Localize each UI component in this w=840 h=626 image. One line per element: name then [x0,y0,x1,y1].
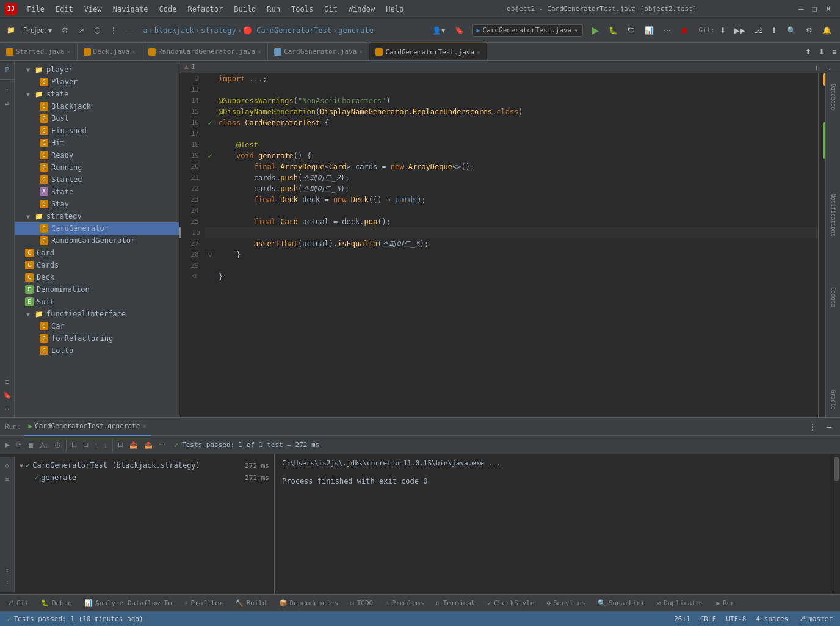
todo-tab[interactable]: ☑ TODO [344,595,379,612]
dependencies-tab[interactable]: 📦 Dependencies [273,595,344,612]
breadcrumb-cardgeneratortest[interactable]: 🔴 CardGeneratorTest [243,26,331,35]
git-push[interactable]: ▶▶ [731,24,749,37]
tree-state[interactable]: A State [15,186,179,198]
menu-edit[interactable]: Edit [51,4,78,15]
menu-tools[interactable]: Tools [286,4,318,15]
status-branch[interactable]: ⎇ master [798,615,833,623]
tree-deck[interactable]: C Deck [15,271,179,283]
tree-bust[interactable]: C Bust [15,112,179,125]
breadcrumb-a[interactable]: a [143,26,147,35]
breadcrumb-strategy[interactable]: strategy [201,26,236,35]
duplicates-tab[interactable]: ⊘ Duplicates [651,595,710,612]
menu-refactor[interactable]: Refactor [183,4,228,15]
sort-duration-button[interactable]: ⏱ [52,440,63,450]
database-icon[interactable]: Database [828,76,838,118]
services-tab[interactable]: ⚙ Services [540,595,592,612]
group-icon[interactable]: ≡ [1,473,13,485]
tab-cardgeneratortest[interactable]: CardGeneratorTest.java ✕ [369,43,487,61]
run-bottom-tab[interactable]: ▶ Run [710,595,741,612]
build-tab[interactable]: 🔨 Build [229,595,272,612]
tree-randomcardgenerator[interactable]: C RandomCardGenerator [15,235,179,247]
tree-cardgenerator[interactable]: C CardGenerator [15,222,179,235]
tab-randomcard-close[interactable]: ✕ [258,48,261,55]
tree-cards[interactable]: C Cards [15,259,179,271]
menu-file[interactable]: File [22,4,49,15]
tree-functional-folder[interactable]: ▼ 📁 functioalInterface [15,308,179,320]
tree-stay[interactable]: C Stay [15,198,179,210]
bookmark-icon[interactable]: 🔖 [451,24,468,37]
tab-deck[interactable]: Deck.java ✕ [78,43,143,61]
tab-randomcard[interactable]: RandomCardGenerator.java ✕ [142,43,268,61]
commit-vtab[interactable]: ↑ [1,84,13,96]
settings-button[interactable]: ⚙ [802,24,816,37]
tab-scroll-left[interactable]: ⬆ [802,45,815,59]
dots-icon[interactable]: ⋮ [1,577,13,589]
tab-scroll-right[interactable]: ⬇ [815,45,828,59]
tab-cardgenerator[interactable]: CardGenerator.java ✕ [268,43,369,61]
pull-requests-vtab[interactable]: ⇄ [1,97,13,109]
tab-started[interactable]: Started.java ✕ [0,43,78,61]
toolbar-minimize[interactable]: ─ [123,24,136,37]
structure-vtab[interactable]: ≡ [1,376,13,388]
search-button[interactable]: 🔍 [783,24,800,37]
menu-window[interactable]: Window [344,4,380,15]
more-run-button[interactable]: ⋯ [660,24,675,37]
run-again-button[interactable]: ▶ [2,440,12,450]
codota-icon[interactable]: Codota [828,278,838,315]
coverage-button[interactable]: 🛡 [624,24,639,37]
expand-all-button[interactable]: ⊞ [69,440,79,450]
tab-cardgeneratortest-close[interactable]: ✕ [477,49,480,56]
tree-ready[interactable]: C Ready [15,149,179,161]
menu-view[interactable]: View [79,4,107,15]
breadcrumb-generate[interactable]: generate [338,26,374,35]
prev-fail-button[interactable]: ↑ [92,440,101,450]
git-pull[interactable]: ⬆ [767,24,781,37]
output-scrollbar[interactable] [834,457,839,481]
run-button[interactable]: ▶ [588,22,603,38]
tree-finished[interactable]: C Finished [15,125,179,137]
close-button[interactable]: ✕ [822,2,835,16]
run-tab[interactable]: ▶ CardGeneratorTest.generate ✕ [24,418,151,436]
panel-minimize[interactable]: ─ [822,420,835,434]
tree-state-folder[interactable]: ▼ 📁 state [15,88,179,100]
more-vtab[interactable]: ⋯ [1,402,13,415]
status-crlf[interactable]: CRLF [700,615,717,623]
filter-icon[interactable]: ⊘ [1,459,13,471]
tree-suit[interactable]: E Suit [15,296,179,308]
next-warning[interactable]: ↓ [825,61,836,73]
project-tab-icon[interactable]: 📁 [5,24,17,37]
export-button[interactable]: 📤 [142,440,155,450]
breadcrumb-blackjack[interactable]: blackjack [154,26,194,35]
menu-code[interactable]: Code [154,4,182,15]
git-tab[interactable]: ⎇ Git [0,595,35,612]
test-method-row[interactable]: ✓ generate 272 ms [15,471,274,484]
collapse-all-button[interactable]: ⊟ [81,440,91,450]
next-fail-button[interactable]: ↓ [101,440,110,450]
minimize-button[interactable]: ─ [795,2,808,16]
tree-denomination[interactable]: E Denomination [15,283,179,296]
tab-deck-close[interactable]: ✕ [132,48,136,55]
tab-started-close[interactable]: ✕ [67,48,70,55]
menu-help[interactable]: Help [381,4,408,15]
git-branch[interactable]: ⎇ [750,24,766,37]
sonarlint-tab[interactable]: 🔍 SonarLint [592,595,651,612]
toolbar-open[interactable]: ↗ [74,24,88,37]
tree-player-folder[interactable]: ▼ 📁 player [15,64,179,76]
debug-button[interactable]: 🐛 [605,24,621,37]
code-editor[interactable]: 3 import ...; 13 14 @SuppressWarnings("N… [179,73,818,417]
status-position[interactable]: 26:1 [674,615,690,623]
import-button[interactable]: 📥 [127,440,140,450]
status-indent[interactable]: 4 spaces [756,615,788,623]
more-options-button[interactable]: ⋯ [156,440,168,450]
menu-git[interactable]: Git [319,4,342,15]
analyze-tab[interactable]: 📊 Analyze Dataflow To [78,595,178,612]
run-tab-close[interactable]: ✕ [142,422,147,430]
git-update[interactable]: ⬇ [716,24,730,37]
notifications-icon[interactable]: Notifications [828,187,838,242]
tab-cardgenerator-close[interactable]: ✕ [359,48,363,55]
problems-tab[interactable]: ⚠ Problems [379,595,430,612]
status-charset[interactable]: UTF-8 [726,615,746,623]
maximize-button[interactable]: □ [809,2,820,16]
tree-car[interactable]: C Car [15,320,179,332]
toolbar-expand[interactable]: ⬡ [90,24,104,37]
